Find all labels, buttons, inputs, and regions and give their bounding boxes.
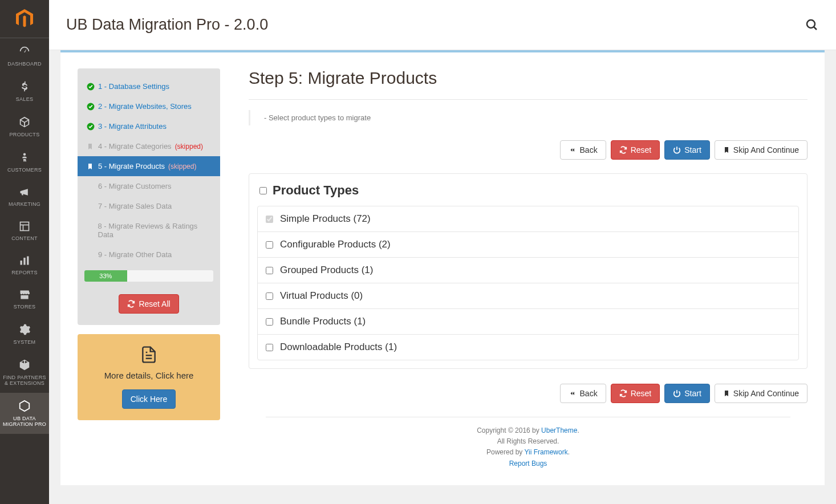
- click-here-button[interactable]: Click Here: [122, 389, 176, 409]
- cube-icon: [18, 116, 31, 128]
- step-heading: Step 5: Migrate Products: [249, 68, 807, 88]
- power-icon: [673, 389, 681, 397]
- reset-button[interactable]: Reset: [611, 384, 660, 403]
- nav-label: REPORTS: [11, 270, 37, 275]
- nav-label: FIND PARTNERS & EXTENSIONS: [2, 375, 47, 386]
- step-item-8[interactable]: 8 - Migrate Reviews & Ratings Data: [78, 216, 220, 245]
- product-type-label: Virtual Products (0): [280, 290, 363, 302]
- start-button[interactable]: Start: [664, 140, 710, 160]
- sidebar-item-system[interactable]: SYSTEM: [0, 316, 49, 352]
- skipped-tag: (skipped): [168, 162, 196, 170]
- nav-label: CONTENT: [11, 235, 38, 241]
- layout-icon: [19, 221, 30, 232]
- refresh-icon: [127, 300, 135, 308]
- progress-bar: 33%: [84, 270, 213, 282]
- nav-label: UB DATA MIGRATION PRO: [2, 416, 47, 427]
- step-label: 6 - Migrate Customers: [98, 182, 172, 190]
- step-item-9[interactable]: 9 - Migrate Other Data: [78, 245, 220, 265]
- select-all-checkbox[interactable]: [259, 187, 267, 194]
- back-button[interactable]: Back: [560, 384, 606, 403]
- start-button[interactable]: Start: [664, 384, 710, 403]
- step-item-5[interactable]: 5 - Migrate Products (skipped): [78, 156, 220, 176]
- check-icon: [87, 103, 95, 111]
- sidebar-item-ub-data-migration-pro[interactable]: UB DATA MIGRATION PRO: [0, 393, 49, 434]
- search-icon[interactable]: [805, 18, 819, 32]
- check-icon: [87, 123, 95, 131]
- product-type-label: Grouped Products (1): [280, 265, 373, 276]
- refresh-icon: [619, 389, 627, 397]
- step-item-2[interactable]: 2 - Migrate Websites, Stores: [78, 96, 220, 116]
- sidebar-item-marketing[interactable]: MARKETING: [0, 180, 49, 214]
- step-item-3[interactable]: 3 - Migrate Attributes: [78, 116, 220, 136]
- product-type-row: Grouped Products (1): [258, 257, 798, 283]
- bookmark-icon: [723, 389, 730, 397]
- yii-link[interactable]: Yii Framework: [524, 448, 567, 456]
- svg-rect-6: [27, 257, 29, 265]
- product-type-checkbox: [266, 216, 273, 223]
- card-heading: Product Types: [273, 183, 359, 198]
- step-label: 2 - Migrate Websites, Stores: [98, 102, 192, 111]
- skip-button[interactable]: Skip And Continue: [715, 384, 807, 403]
- megaphone-icon: [18, 186, 31, 198]
- step-label: 5 - Migrate Products: [98, 162, 165, 170]
- steps-sidebar: 1 - Database Settings2 - Migrate Website…: [78, 68, 220, 325]
- divider: [249, 99, 807, 100]
- step-label: 1 - Database Settings: [98, 82, 169, 91]
- sidebar-item-stores[interactable]: STORES: [0, 282, 49, 316]
- sidebar-item-find-partners-extensions[interactable]: FIND PARTNERS & EXTENSIONS: [0, 352, 49, 393]
- ubertheme-link[interactable]: UberTheme: [541, 426, 577, 434]
- reset-all-button[interactable]: Reset All: [119, 294, 178, 314]
- product-type-checkbox[interactable]: [266, 241, 273, 249]
- sidebar-item-dashboard[interactable]: DASHBOARD: [0, 38, 49, 74]
- bars-icon: [19, 255, 30, 266]
- power-icon: [673, 146, 681, 154]
- svg-point-0: [23, 153, 26, 156]
- info-card: More details, Click here Click Here: [78, 334, 220, 420]
- magento-logo: [0, 0, 49, 38]
- info-text: More details, Click here: [86, 371, 212, 380]
- step-label: 3 - Migrate Attributes: [98, 122, 167, 131]
- nav-label: STORES: [14, 304, 36, 310]
- report-bugs-link[interactable]: Report Bugs: [509, 460, 547, 468]
- sidebar-item-content[interactable]: CONTENT: [0, 214, 49, 248]
- gauge-icon: [18, 45, 31, 58]
- svg-rect-1: [21, 222, 29, 231]
- footer: Copyright © 2016 by UberTheme. All Right…: [266, 417, 790, 469]
- product-type-row: Virtual Products (0): [258, 283, 798, 308]
- nav-label: CUSTOMERS: [7, 167, 42, 173]
- sidebar-item-sales[interactable]: SALES: [0, 74, 49, 109]
- step-item-1[interactable]: 1 - Database Settings: [78, 76, 220, 96]
- sidebar-item-products[interactable]: PRODUCTS: [0, 109, 49, 144]
- product-type-label: Configurable Products (2): [280, 239, 391, 250]
- step-item-7[interactable]: 7 - Migrate Sales Data: [78, 196, 220, 216]
- nav-label: PRODUCTS: [10, 132, 40, 137]
- product-type-label: Downloadable Products (1): [280, 342, 397, 353]
- svg-rect-5: [23, 258, 25, 265]
- document-icon: [86, 346, 212, 364]
- product-type-row: Configurable Products (2): [258, 231, 798, 257]
- step-item-6[interactable]: 6 - Migrate Customers: [78, 176, 220, 196]
- product-type-label: Bundle Products (1): [280, 316, 366, 327]
- package-icon: [18, 359, 31, 371]
- skip-button[interactable]: Skip And Continue: [715, 140, 807, 160]
- product-type-checkbox[interactable]: [266, 292, 273, 300]
- back-button[interactable]: Back: [560, 140, 606, 160]
- step-label: 4 - Migrate Categories: [98, 142, 172, 151]
- reset-button[interactable]: Reset: [611, 140, 660, 160]
- page-title: UB Data Migration Pro - 2.0.0: [66, 16, 268, 34]
- person-icon: [19, 151, 30, 164]
- product-type-checkbox[interactable]: [266, 344, 273, 351]
- product-types-card: Product Types Simple Products (72)Config…: [249, 173, 807, 369]
- nav-label: DASHBOARD: [7, 61, 42, 67]
- step-item-4[interactable]: 4 - Migrate Categories (skipped): [78, 136, 220, 156]
- sidebar-item-customers[interactable]: CUSTOMERS: [0, 144, 49, 180]
- product-type-checkbox[interactable]: [266, 318, 273, 326]
- sidebar-item-reports[interactable]: REPORTS: [0, 248, 49, 282]
- svg-marker-7: [20, 401, 30, 411]
- dollar-icon: [19, 80, 30, 93]
- svg-line-9: [814, 27, 817, 30]
- back-icon: [569, 390, 577, 397]
- product-type-checkbox[interactable]: [266, 267, 273, 274]
- nav-label: SYSTEM: [14, 339, 36, 345]
- hex-icon: [18, 400, 31, 412]
